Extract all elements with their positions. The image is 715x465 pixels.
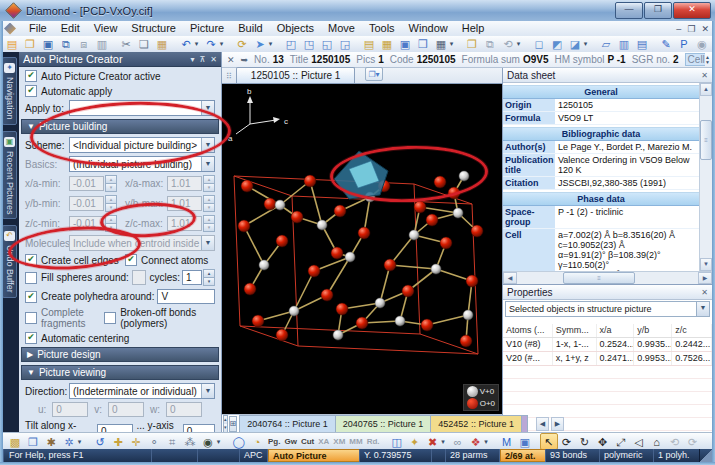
data-sheet-header[interactable]: Data sheet ✕ — [503, 68, 712, 83]
dock-icon[interactable]: ➥ — [241, 55, 249, 65]
remove-cell-button[interactable]: ✖▾ — [424, 433, 449, 450]
close-button[interactable]: ✕ — [673, 2, 711, 19]
pointer-mode-button[interactable]: ➤▾ — [251, 36, 276, 53]
direction-combobox[interactable]: (Indeterminate or individual)▼ — [69, 383, 215, 399]
field-title[interactable]: Title1250105 — [290, 53, 350, 66]
scrollbar-thumb[interactable]: ≡ — [700, 120, 712, 160]
field-code[interactable]: Code1250105 — [390, 53, 456, 66]
split-vertical-button[interactable]: ◲ — [336, 36, 354, 53]
column-header-symm[interactable]: Symm... — [553, 324, 597, 337]
properties-selector-combobox[interactable]: Selected objects in structure picture ▼ — [505, 301, 710, 317]
chevron-down-icon[interactable]: ▼ — [201, 101, 214, 115]
field-no[interactable]: No.13 — [254, 53, 284, 66]
build-wizard-button[interactable]: ✲▾ — [60, 433, 85, 450]
measure-m-button[interactable]: M — [498, 433, 516, 450]
dropdown-arrow-icon[interactable]: ▾ — [440, 438, 447, 446]
select-tool-button[interactable]: ↖ — [540, 433, 558, 450]
field-pics[interactable]: Pics1 — [356, 53, 383, 66]
section-picture-building[interactable]: ▼Picture building — [21, 119, 219, 134]
menu-move[interactable]: Move — [321, 21, 362, 36]
vertical-scrollbar[interactable]: ▲ ≡ ▼ — [699, 83, 712, 271]
insert-picture-button[interactable]: ❐ — [463, 36, 481, 53]
report-button[interactable]: ▤ — [633, 36, 651, 53]
toolbar-text-xa[interactable]: XA — [316, 434, 331, 449]
tab-picture-1250105[interactable]: 1250105 :: Picture 1 — [236, 67, 356, 83]
export-picture-button[interactable]: ⧉ — [481, 36, 499, 53]
close-structure-icon[interactable]: ✕ — [227, 55, 235, 65]
chevron-down-icon[interactable]: ▼ — [201, 384, 214, 398]
field-cell-parameters[interactable]: Cell parameters7.002,8.352,10.905,91.91.… — [685, 53, 705, 66]
checkbox-fill-spheres[interactable] — [25, 272, 37, 284]
print-preview-button[interactable]: ⧈ — [75, 36, 93, 53]
toolbar-text-cut[interactable]: Cut — [299, 434, 316, 449]
menu-picture[interactable]: Picture — [183, 21, 231, 36]
scroll-right-icon[interactable]: ▶ — [698, 272, 712, 284]
add-bond-button[interactable]: ✛ — [127, 433, 145, 450]
camera-button[interactable]: ◉ — [693, 36, 711, 53]
section-picture-design[interactable]: ▶Picture design — [21, 347, 219, 362]
copy-button[interactable]: ❏ — [135, 36, 153, 53]
mdi-close-button[interactable]: ✕ — [701, 24, 709, 34]
menu-view[interactable]: View — [87, 21, 125, 36]
dropdown-arrow-icon[interactable]: ▾ — [582, 40, 589, 48]
panel-close-icon[interactable]: ✕ — [210, 55, 217, 64]
polyhedra-around-input[interactable]: V — [157, 289, 215, 304]
column-header-x-a[interactable]: x/a — [597, 324, 635, 337]
cluster-button[interactable]: ⁂ — [181, 433, 199, 450]
apply-to-combobox[interactable]: ▼ — [69, 100, 215, 116]
add-atoms-button[interactable]: ✚ — [109, 433, 127, 450]
column-header-z-c[interactable]: z/c — [672, 324, 712, 337]
side-tab-undo-buffer[interactable]: ↶Undo Buffer — [2, 225, 17, 298]
next-view-button[interactable]: ⟳ — [684, 433, 702, 450]
open-folder-button[interactable]: ❐ — [21, 36, 39, 53]
move-tool-button[interactable]: ✥ — [594, 433, 612, 450]
dropdown-arrow-icon[interactable]: ▾ — [448, 40, 455, 48]
fill-lattice-button[interactable]: ⌗ — [163, 433, 181, 450]
tab-scroll-spinner[interactable] — [223, 415, 228, 433]
structure-drawing-area[interactable]: b c a V+0O+0 — [222, 84, 502, 414]
scroll-up-icon[interactable]: ▲ — [700, 83, 712, 96]
close-icon[interactable]: ✕ — [701, 71, 708, 80]
checkbox-broken-off-bonds[interactable] — [104, 312, 116, 324]
section-picture-viewing[interactable]: ▼Picture viewing — [21, 365, 219, 380]
new-structure-picture-button[interactable]: ◰ — [282, 36, 300, 53]
snapshot-button[interactable]: ▣ — [516, 433, 534, 450]
save-button[interactable]: ▣ — [39, 36, 57, 53]
scheme-combobox[interactable]: <Individual picture building>▼ — [69, 137, 215, 153]
dropdown-arrow-icon[interactable]: ▾ — [76, 438, 83, 446]
picture-tab-2040765-picture-1[interactable]: 2040765 :: Picture 1 — [336, 415, 432, 433]
checkbox-automatic-apply[interactable] — [25, 85, 37, 97]
data-sheet-view-button[interactable]: ▤ — [360, 36, 378, 53]
bond-dumbbell-button[interactable]: ∞ — [449, 433, 467, 450]
new-picture-tab-button[interactable]: ❐ ▾ — [365, 67, 382, 81]
tab-prev-icon[interactable]: ◀ — [536, 417, 549, 431]
structure-picture-button[interactable]: ▩ — [6, 433, 24, 450]
dropdown-arrow-icon[interactable]: ▾ — [515, 40, 522, 48]
copy-structure-button[interactable]: ❐ — [24, 433, 42, 450]
mdi-minimize-button[interactable]: – — [676, 24, 681, 34]
grid-options-button[interactable]: ▦▾ — [432, 36, 457, 53]
duplicate-picture-button[interactable]: ◳ — [300, 36, 318, 53]
menu-tools[interactable]: Tools — [362, 21, 402, 36]
checkbox-create-cell-edges[interactable] — [25, 254, 37, 266]
dropdown-arrow-icon[interactable]: ▾ — [193, 40, 200, 48]
prev-view-button[interactable]: ⟲ — [666, 433, 684, 450]
toolbar-text-gw[interactable]: Gw — [282, 434, 298, 449]
scroll-down-icon[interactable]: ▼ — [700, 258, 712, 271]
side-tab-recent-pictures[interactable]: ▣Recent Pictures — [2, 131, 17, 220]
menu-file[interactable]: File — [22, 21, 54, 36]
picture-tab-2040764-picture-1[interactable]: 2040764 :: Picture 1 — [239, 415, 336, 433]
dropdown-arrow-icon[interactable]: ▾ — [267, 40, 274, 48]
checkbox-automatic-centering[interactable] — [25, 332, 37, 344]
checkbox-complete-fragments[interactable] — [25, 312, 37, 324]
tab-list-button[interactable]: ⊞ — [229, 416, 238, 432]
menu-structure[interactable]: Structure — [124, 21, 183, 36]
picture-tab-partial[interactable] — [522, 415, 528, 433]
center-cell-button[interactable]: ✦ — [406, 433, 424, 450]
split-horizontal-button[interactable]: ◱ — [318, 36, 336, 53]
horizontal-scrollbar[interactable]: ◀ ≡ ▶ — [503, 271, 712, 284]
frame-fill-button[interactable]: ◩ — [548, 36, 566, 53]
cycles-input[interactable]: 1 — [182, 270, 202, 285]
frame-shadow-button[interactable]: ◪▾ — [566, 36, 591, 53]
picture-history-button[interactable]: ⟲▾ — [499, 36, 524, 53]
